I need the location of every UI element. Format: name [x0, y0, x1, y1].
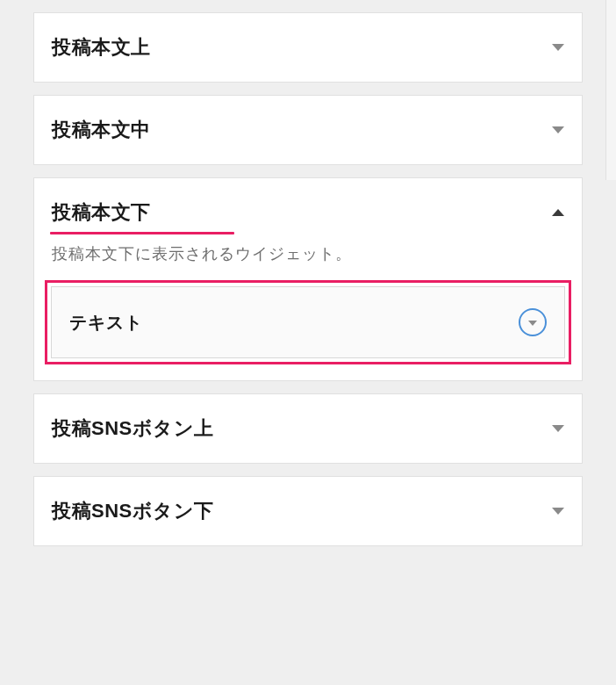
panel-title: 投稿本文下 [52, 199, 151, 226]
panel-header-post-body-bottom[interactable]: 投稿本文下 [34, 178, 582, 234]
chevron-down-icon [552, 508, 564, 515]
panel-title: 投稿本文上 [52, 34, 151, 61]
chevron-down-icon [552, 126, 564, 133]
widget-title: テキスト [69, 311, 143, 335]
widget-item-highlighted: テキスト [45, 280, 571, 364]
widget-header-text[interactable]: テキスト [51, 286, 565, 358]
chevron-down-icon [528, 321, 537, 326]
chevron-down-icon [552, 425, 564, 432]
widget-area-panel: 投稿SNSボタン上 [33, 393, 583, 464]
panel-title: 投稿本文中 [52, 117, 151, 143]
panel-header-post-sns-bottom[interactable]: 投稿SNSボタン下 [34, 477, 582, 545]
chevron-up-icon [552, 209, 564, 216]
widget-area-panel-expanded: 投稿本文下 投稿本文下に表示されるウイジェット。 テキスト [33, 177, 583, 381]
panel-title: 投稿SNSボタン下 [52, 498, 214, 524]
panel-header-post-body-middle[interactable]: 投稿本文中 [34, 96, 582, 164]
panel-description: 投稿本文下に表示されるウイジェット。 [34, 234, 582, 280]
widget-area-panel: 投稿本文上 [33, 12, 583, 83]
widget-area-panel: 投稿SNSボタン下 [33, 476, 583, 546]
panel-title: 投稿SNSボタン上 [52, 415, 214, 442]
widget-area-panel: 投稿本文中 [33, 95, 583, 165]
scrollbar-track[interactable] [605, 0, 616, 180]
panel-header-post-sns-top[interactable]: 投稿SNSボタン上 [34, 394, 582, 463]
expand-circle-icon[interactable] [519, 308, 547, 336]
panel-header-post-body-top[interactable]: 投稿本文上 [34, 13, 582, 82]
chevron-down-icon [552, 44, 564, 51]
